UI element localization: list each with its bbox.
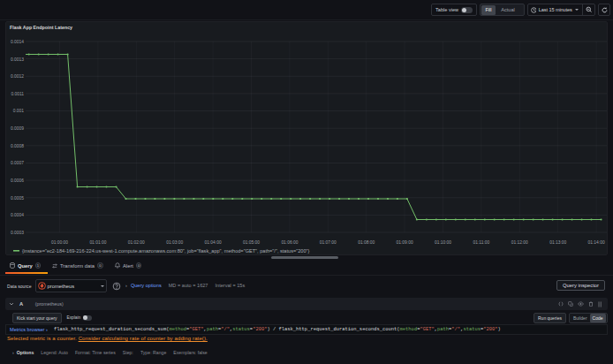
svg-text:01:05:00: 01:05:00: [243, 240, 260, 245]
svg-text:0.0006: 0.0006: [11, 178, 24, 183]
svg-text:0.0004: 0.0004: [11, 213, 24, 217]
svg-text:01:00:00: 01:00:00: [51, 240, 68, 245]
svg-text:0.0013: 0.0013: [11, 57, 24, 62]
svg-text:{instance="ec2-184-169-216-224: {instance="ec2-184-169-216-224.us-west-1…: [22, 248, 310, 254]
svg-text:01:03:00: 01:03:00: [166, 240, 183, 245]
svg-text:01:08:00: 01:08:00: [358, 240, 375, 245]
svg-text:01:13:00: 01:13:00: [549, 240, 566, 245]
svg-text:01:04:00: 01:04:00: [205, 240, 222, 245]
svg-text:01:06:00: 01:06:00: [281, 240, 298, 245]
svg-text:01:14:00: 01:14:00: [588, 240, 605, 245]
svg-text:01:01:00: 01:01:00: [89, 240, 106, 245]
svg-text:0.0011: 0.0011: [11, 92, 24, 96]
svg-text:01:09:00: 01:09:00: [397, 240, 413, 245]
svg-text:0.0003: 0.0003: [11, 231, 24, 235]
svg-text:0.0012: 0.0012: [11, 74, 24, 79]
svg-text:01:12:00: 01:12:00: [511, 240, 528, 245]
svg-text:01:02:00: 01:02:00: [128, 240, 145, 245]
svg-text:0.0008: 0.0008: [11, 144, 24, 148]
svg-text:0.0007: 0.0007: [11, 161, 24, 165]
svg-text:0.0009: 0.0009: [11, 126, 24, 131]
svg-text:01:11:00: 01:11:00: [473, 240, 490, 245]
svg-text:0.0005: 0.0005: [11, 196, 24, 201]
svg-text:0.001: 0.001: [13, 109, 25, 113]
svg-text:01:10:00: 01:10:00: [435, 240, 451, 245]
svg-text:01:07:00: 01:07:00: [320, 240, 337, 245]
svg-text:0.0014: 0.0014: [11, 40, 24, 44]
